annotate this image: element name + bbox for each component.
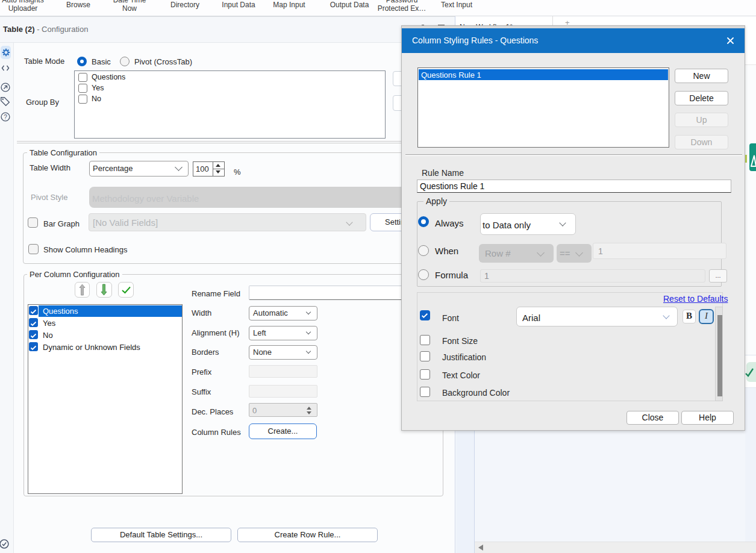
svg-text:?: ? xyxy=(4,114,7,120)
